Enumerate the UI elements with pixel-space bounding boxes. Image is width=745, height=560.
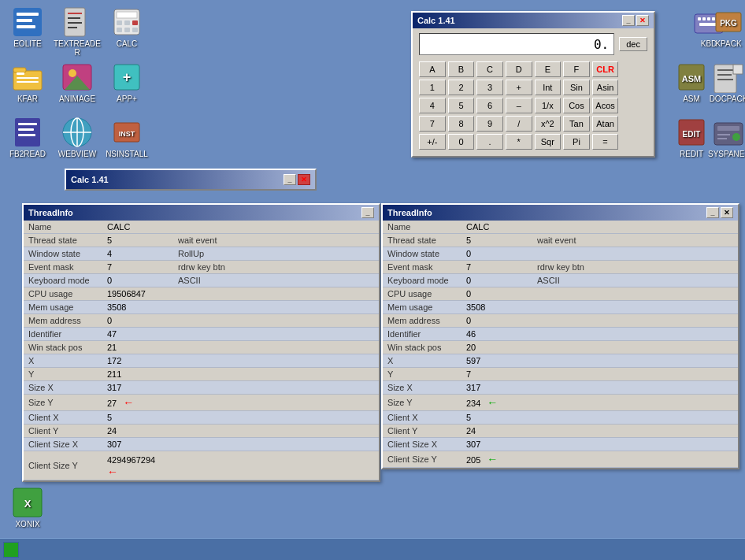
mini-calc-minimize-button[interactable]: _ [284,174,296,185]
btn-Cos[interactable]: Cos [563,98,590,113]
svg-rect-58 [717,134,730,135]
btn-8[interactable]: 8 [448,116,475,132]
btn-C[interactable]: C [476,61,503,77]
svg-rect-44 [18,123,37,125]
dec-button[interactable]: dec [619,37,647,51]
btn-1x[interactable]: 1/x [535,98,562,113]
fb2read-icon [12,117,43,148]
table-row: Client Y24 [24,425,379,438]
table-row: CPU usage19506847 [24,287,379,301]
svg-rect-11 [117,20,122,25]
th-left-col1: Name [24,221,102,234]
desktop-icon-kfar[interactable]: KFAR [4,61,51,103]
btn-4[interactable]: 4 [419,98,446,113]
btn-Asin[interactable]: Asin [592,80,619,95]
threadinfo-left-minimize-button[interactable]: _ [361,207,374,218]
btn-7[interactable]: 7 [419,116,446,132]
appp-label: APP+ [117,95,137,103]
redit-label: REDIT [680,150,703,158]
table-row: Size Y27 ← [24,395,379,411]
desktop-icon-eolite[interactable]: EOLITE [4,6,51,48]
btn-3[interactable]: 3 [476,80,503,95]
animage-label: ANIMAGE [59,95,95,103]
btn-div[interactable]: / [506,116,532,132]
threadinfo-right-minimize-button[interactable]: _ [706,207,719,218]
calc-close-button[interactable]: ✕ [636,15,649,26]
desktop-icon-syspanel[interactable]: SYSPANEL [705,117,745,158]
table-row: Event mask7rdrw key btn [24,261,379,274]
table-row: Size Y234 ← [383,395,738,411]
svg-rect-2 [17,19,32,22]
desktop-icon-textreader[interactable]: TEXTREADER [54,6,101,57]
btn-Atan[interactable]: Atan [592,116,619,132]
placeholder-r3 [621,98,647,113]
btn-9[interactable]: 9 [476,116,503,132]
btn-F[interactable]: F [563,61,590,77]
appp-icon: + [111,61,143,93]
btn-Tan[interactable]: Tan [563,116,590,132]
desktop-icon-calc[interactable]: CALC [103,6,150,48]
kfar-icon [12,61,43,93]
btn-Sqr[interactable]: Sqr [535,134,562,150]
syspanel-label: SYSPANEL [708,150,745,158]
desktop-icon-webview[interactable]: WEBVIEW [54,117,101,158]
btn-plus[interactable]: + [506,80,532,95]
textreader-label: TEXTREADER [54,39,101,57]
btn-5[interactable]: 5 [448,98,475,113]
btn-Sin[interactable]: Sin [563,80,590,95]
btn-6[interactable]: 6 [476,98,503,113]
svg-point-57 [732,133,740,141]
asm-label: ASM [683,95,700,103]
btn-D[interactable]: D [506,61,532,77]
calc-value: 0. [594,37,609,52]
btn-CLR[interactable]: CLR [592,61,619,77]
desktop-icon-docpack[interactable]: DOCPACK [705,61,745,103]
desktop-icon-animage[interactable]: ANIMAGE [54,61,101,103]
btn-eq[interactable]: = [592,134,619,150]
btn-0[interactable]: 0 [448,134,475,150]
calc-screen: 0. [419,33,614,55]
calc-minimize-button[interactable]: _ [622,15,635,26]
svg-rect-40 [717,74,732,76]
svg-rect-16 [132,28,138,32]
btn-mul[interactable]: * [506,134,532,150]
desktop-icon-kpack[interactable]: PKG KPACK [705,6,745,48]
mini-calc-close-button[interactable]: ✕ [298,174,310,185]
kfar-label: KFAR [17,95,38,103]
desktop-icon-appp[interactable]: + APP+ [103,61,150,103]
desktop-icon-xonix[interactable]: X XONIX [4,487,51,528]
taskbar-item-xonix[interactable] [3,542,19,558]
desktop-icon-fb2read[interactable]: FB2READ [4,117,51,158]
btn-x2[interactable]: x^2 [535,116,562,132]
btn-2[interactable]: 2 [448,80,475,95]
btn-dot[interactable]: . [476,134,503,150]
mini-calc-window: Calc 1.41 _ ✕ [65,169,317,191]
btn-pm[interactable]: +/- [419,134,446,150]
table-row: Win stack pos21 [24,341,379,354]
btn-minus[interactable]: – [506,98,532,113]
btn-E[interactable]: E [535,61,562,77]
table-row: Client X5 [24,411,379,425]
btn-B[interactable]: B [448,61,475,77]
placeholder-r5 [621,134,647,150]
svg-rect-1 [17,13,39,16]
threadinfo-right-close-button[interactable]: ✕ [721,207,733,218]
table-row: Mem address0 [24,314,379,328]
calc-icon [111,6,143,38]
svg-rect-14 [117,28,122,32]
btn-Pi[interactable]: Pi [563,134,590,150]
btn-Int[interactable]: Int [535,80,562,95]
btn-Acos[interactable]: Acos [592,98,619,113]
mini-calc-title: Calc 1.41 [71,175,109,184]
threadinfo-window-right: ThreadInfo _ ✕ Name CALC Thread state5wa… [381,203,739,469]
svg-rect-3 [17,25,35,28]
table-row: Client X5 [383,411,738,425]
btn-1[interactable]: 1 [419,80,446,95]
svg-rect-6 [68,17,80,19]
btn-A[interactable]: A [419,61,446,77]
table-row: Window state4RollUp [24,247,379,261]
placeholder-r4 [621,116,647,132]
svg-rect-18 [698,17,701,20]
desktop-icon-nsinstall[interactable]: INST NSINSTALL [103,117,150,158]
svg-text:PKG: PKG [720,19,737,28]
